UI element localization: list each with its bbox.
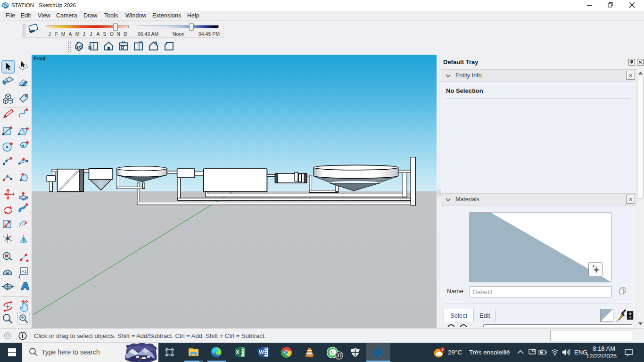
- svg-text:B: B: [8, 287, 10, 289]
- svg-text:1: 1: [441, 348, 444, 352]
- svg-text:A1: A1: [21, 269, 26, 274]
- svg-text:37: 37: [336, 353, 342, 358]
- svg-text:W: W: [259, 349, 264, 355]
- svg-text:A: A: [5, 287, 7, 289]
- svg-text:X: X: [236, 349, 239, 355]
